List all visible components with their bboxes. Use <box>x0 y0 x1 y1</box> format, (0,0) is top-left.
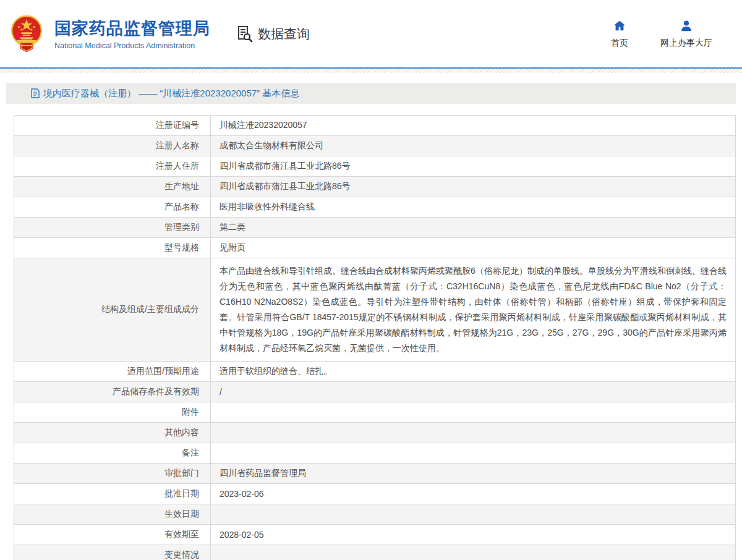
row-value: 见附页 <box>211 238 736 258</box>
row-label: 生效日期 <box>14 504 211 525</box>
table-row: 生产地址四川省成都市蒲江县工业北路86号 <box>14 177 736 197</box>
row-label: 注册人住所 <box>14 156 211 177</box>
row-value: 医用非吸收性外科缝合线 <box>211 197 736 218</box>
row-label: 变更情况 <box>14 545 211 560</box>
table-row: 生效日期 <box>14 504 736 525</box>
table-row: 适用范围/预期用途适用于软组织的缝合、结扎。 <box>14 362 736 382</box>
table-row: 结构及组成/主要组成成分本产品由缝合线和导引针组成。缝合线由合成材料聚丙烯或聚酰… <box>14 258 736 362</box>
table-row: 注册证编号川械注准20232020057 <box>14 116 736 136</box>
row-label: 管理类别 <box>14 218 211 238</box>
document-icon <box>31 88 40 98</box>
row-value: / <box>211 382 736 402</box>
row-label: 产品名称 <box>14 197 211 218</box>
section-title-bar: 境内医疗器械（注册） —— “川械注准20232020057” 基本信息 <box>6 83 736 104</box>
table-row: 有效期至2028-02-05 <box>14 525 736 545</box>
nav-item-label: 网上办事大厅 <box>660 38 712 49</box>
table-row: 变更情况 <box>14 545 736 560</box>
site-header: 国家药品监督管理局 National Medical Products Admi… <box>0 0 742 69</box>
row-label: 适用范围/预期用途 <box>14 362 211 382</box>
row-label: 附件 <box>14 402 211 423</box>
row-value: 本产品由缝合线和导引针组成。缝合线由合成材料聚丙烯或聚酰胺6（俗称尼龙）制成的单… <box>211 258 736 362</box>
table-row: 产品储存条件及有效期/ <box>14 382 736 402</box>
table-row: 管理类别第二类 <box>14 218 736 238</box>
row-value: 2023-02-06 <box>211 484 736 504</box>
site-brand[interactable]: 国家药品监督管理局 National Medical Products Admi… <box>54 17 210 50</box>
table-row: 批准日期2023-02-06 <box>14 484 736 504</box>
table-row: 型号规格见附页 <box>14 238 736 258</box>
row-value: 适用于软组织的缝合、结扎。 <box>211 362 736 382</box>
row-value: 四川省成都市蒲江县工业北路86号 <box>211 156 736 177</box>
row-label: 产品储存条件及有效期 <box>14 382 211 402</box>
table-row: 注册人名称成都太合生物材料有限公司 <box>14 136 736 156</box>
page-title: 境内医疗器械（注册） —— “川械注准20232020057” 基本信息 <box>43 88 299 100</box>
data-query-label: 数据查询 <box>258 25 310 43</box>
national-emblem-logo[interactable] <box>9 15 45 53</box>
table-row: 注册人住所四川省成都市蒲江县工业北路86号 <box>14 156 736 177</box>
nav-item-home[interactable]: 首页 <box>611 19 628 49</box>
header-hatch-divider <box>0 69 742 73</box>
row-value: 四川省成都市蒲江县工业北路86号 <box>211 177 736 197</box>
home-icon <box>613 19 626 33</box>
nav-item-label: 首页 <box>611 38 628 49</box>
row-label: 结构及组成/主要组成成分 <box>14 258 211 362</box>
row-label: 型号规格 <box>14 238 211 258</box>
user-icon <box>680 19 693 33</box>
row-value: 四川省药品监督管理局 <box>211 464 736 484</box>
data-query-tab[interactable]: 数据查询 <box>235 25 310 43</box>
row-value: 2028-02-05 <box>211 525 736 545</box>
row-label: 注册证编号 <box>14 116 211 136</box>
row-label: 批准日期 <box>14 484 211 504</box>
row-value <box>211 504 736 525</box>
registration-info-table: 注册证编号川械注准20232020057注册人名称成都太合生物材料有限公司注册人… <box>14 115 736 560</box>
row-value: 成都太合生物材料有限公司 <box>211 136 736 156</box>
table-row: 备注 <box>14 443 736 464</box>
table-row: 产品名称医用非吸收性外科缝合线 <box>14 197 736 218</box>
row-value: 川械注准20232020057 <box>211 116 736 136</box>
header-nav: 首页 网上办事大厅 <box>611 19 712 49</box>
row-label: 其他内容 <box>14 423 211 443</box>
row-label: 审批部门 <box>14 464 211 484</box>
row-value <box>211 402 736 423</box>
brand-title-en: National Medical Products Administration <box>54 41 210 50</box>
row-value <box>211 545 736 560</box>
row-value <box>211 443 736 464</box>
table-row: 其他内容 <box>14 423 736 443</box>
table-row: 审批部门四川省药品监督管理局 <box>14 464 736 484</box>
row-label: 生产地址 <box>14 177 211 197</box>
row-label: 注册人名称 <box>14 136 211 156</box>
row-label: 备注 <box>14 443 211 464</box>
row-value <box>211 423 736 443</box>
document-search-icon <box>235 25 254 43</box>
row-label: 有效期至 <box>14 525 211 545</box>
table-row: 附件 <box>14 402 736 423</box>
brand-title-cn: 国家药品监督管理局 <box>54 17 210 40</box>
registration-table-body: 注册证编号川械注准20232020057注册人名称成都太合生物材料有限公司注册人… <box>14 116 736 560</box>
row-value: 第二类 <box>211 218 736 238</box>
nav-item-service-hall[interactable]: 网上办事大厅 <box>660 19 712 49</box>
